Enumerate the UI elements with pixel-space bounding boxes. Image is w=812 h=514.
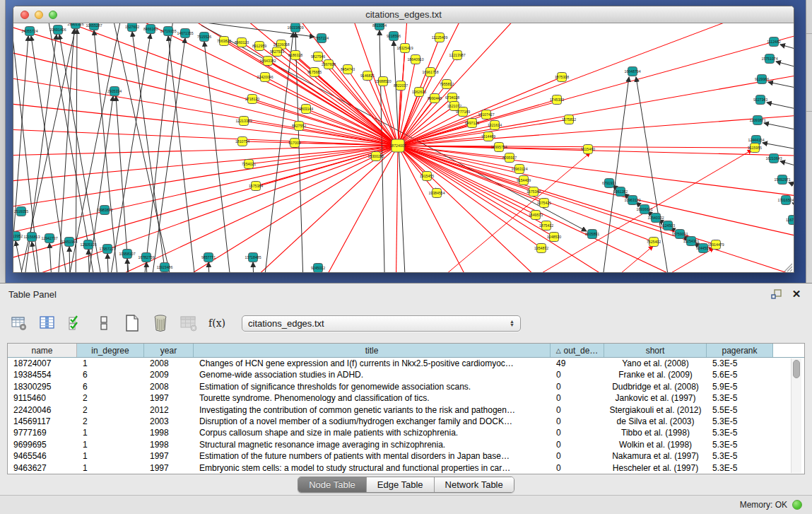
graph-node[interactable]: 10963122 — [624, 196, 640, 205]
graph-node[interactable]: 20691406 — [49, 25, 66, 35]
network-canvas[interactable]: 2405572420691406239013261065528715276028… — [13, 23, 794, 273]
cell-in_degree[interactable]: 2 — [77, 404, 144, 416]
graph-node[interactable]: 15751074 — [761, 54, 777, 64]
graph-node[interactable]: 17957223 — [99, 245, 115, 254]
cell-name[interactable]: 9115460 — [8, 392, 77, 404]
cell-pagerank[interactable]: 5.3E-5 — [707, 462, 773, 474]
table-row[interactable]: 1830029562008Estimation of significance … — [8, 381, 804, 392]
graph-node[interactable]: 9146821 — [360, 71, 375, 81]
graph-node[interactable]: 1321614 — [488, 121, 502, 130]
cell-title[interactable]: Genome-wide association studies in ADHD. — [194, 369, 551, 380]
cell-in_degree[interactable]: 2 — [77, 392, 144, 404]
graph-node[interactable]: 1549573 — [529, 211, 543, 220]
close-panel-icon[interactable]: ✕ — [789, 288, 804, 300]
graph-node[interactable]: 1167533 — [786, 216, 794, 225]
tab-network-table[interactable]: Network Table — [434, 477, 514, 492]
cell-name[interactable]: 19384554 — [8, 369, 77, 380]
table-row[interactable]: 911546021997Tourette syndrome. Phenomeno… — [8, 392, 804, 404]
close-window-button[interactable] — [20, 11, 29, 19]
left-panel-edge[interactable] — [0, 0, 6, 283]
graph-node[interactable]: 2367608 — [322, 60, 336, 69]
cell-pagerank[interactable]: 5.5E-5 — [707, 404, 773, 416]
select-all-button[interactable] — [66, 314, 85, 332]
graph-node[interactable]: 1875412 — [539, 221, 553, 230]
cell-title[interactable]: Corpus callosum shape and size in male p… — [194, 427, 551, 438]
graph-node[interactable]: 10719155 — [160, 27, 176, 36]
table-row[interactable]: 1938455462009Genome-wide association stu… — [8, 369, 804, 380]
graph-node[interactable]: 1514469 — [481, 132, 495, 141]
table-row[interactable]: 946362711997Embryonic stem cells: a mode… — [8, 462, 804, 474]
graph-node[interactable]: 13718485 — [245, 253, 261, 262]
cell-short[interactable]: Yano et al. (2008) — [604, 358, 707, 369]
graph-node[interactable]: 18640910 — [407, 55, 423, 64]
cell-year[interactable]: 1998 — [144, 439, 194, 450]
cell-out_degree[interactable]: 0 — [551, 369, 604, 380]
graph-node[interactable]: 6734028 — [445, 93, 459, 103]
graph-node[interactable]: 1112482 — [767, 37, 781, 47]
graph-node[interactable]: 11225409 — [432, 33, 448, 42]
graph-node[interactable]: 1362615 — [412, 88, 426, 97]
column-header-name[interactable]: name — [8, 344, 77, 357]
column-header-in_degree[interactable]: in_degree — [77, 344, 144, 357]
graph-node[interactable]: 7254021 — [242, 160, 256, 169]
graph-node[interactable]: 8813054 — [372, 23, 387, 30]
graph-node[interactable]: 12213987 — [449, 51, 465, 60]
cell-pagerank[interactable]: 5.3E-5 — [707, 450, 773, 462]
cell-in_degree[interactable]: 1 — [77, 427, 144, 438]
graph-node[interactable]: 16936621 — [636, 205, 652, 214]
cell-in_degree[interactable]: 1 — [77, 358, 144, 369]
graph-node[interactable]: 8095917 — [502, 153, 517, 163]
cell-year[interactable]: 1997 — [144, 462, 194, 474]
graph-node[interactable]: 12942737 — [41, 234, 57, 243]
scrollbar-thumb[interactable] — [793, 360, 800, 378]
cell-year[interactable]: 2008 — [144, 358, 194, 369]
cell-out_degree[interactable]: 0 — [551, 416, 604, 427]
graph-node[interactable]: 19983872 — [96, 206, 112, 215]
cell-pagerank[interactable]: 5.3E-5 — [707, 416, 773, 427]
cell-title[interactable]: Changes of HCN gene expression and I(f) … — [194, 358, 551, 369]
cell-out_degree[interactable]: 0 — [551, 404, 604, 416]
cell-short[interactable]: Franke et al. (2009) — [604, 369, 707, 380]
table-row[interactable]: 969969511998Structural magnetic resonanc… — [8, 439, 804, 450]
memory-status-indicator[interactable] — [792, 500, 802, 510]
table-select-dropdown[interactable]: citations_edges.txt ▲▼ — [242, 315, 521, 332]
cell-short[interactable]: Stergiakouli et al. (2012) — [604, 404, 707, 416]
cell-out_degree[interactable]: 0 — [551, 462, 604, 474]
cell-in_degree[interactable]: 1 — [77, 439, 144, 450]
zoom-window-button[interactable] — [49, 11, 57, 19]
graph-node[interactable]: 16759031 — [671, 230, 688, 239]
cell-out_degree[interactable]: 0 — [551, 450, 604, 462]
show-columns-button[interactable] — [38, 314, 57, 332]
graph-node[interactable]: 15688520 — [375, 77, 391, 86]
graph-node[interactable]: 8990448 — [428, 94, 442, 103]
cell-in_degree[interactable]: 1 — [77, 462, 144, 474]
cell-title[interactable]: Estimation of significance thresholds fo… — [194, 381, 551, 392]
right-panel-edge[interactable] — [806, 0, 812, 283]
graph-node[interactable]: 8466160 — [143, 25, 158, 34]
cell-title[interactable]: Disruption of a novel member of a sodium… — [194, 416, 551, 427]
cell-in_degree[interactable]: 2 — [77, 416, 144, 427]
graph-node[interactable]: 10655287 — [86, 23, 102, 30]
graph-node[interactable]: 2803144 — [299, 105, 313, 114]
cell-pagerank[interactable]: 5.3E-5 — [707, 358, 773, 369]
network-graph[interactable]: 2405572420691406239013261065528715276028… — [13, 23, 794, 273]
cell-pagerank[interactable]: 5.9E-5 — [707, 381, 773, 392]
cell-year[interactable]: 2003 — [144, 416, 194, 427]
minimize-window-button[interactable] — [35, 11, 43, 19]
table-row[interactable]: 1872400712008Changes of HCN gene express… — [8, 358, 804, 369]
graph-node[interactable]: 9115460 — [581, 145, 595, 154]
graph-node[interactable]: 11451944 — [61, 238, 78, 247]
cell-short[interactable]: de Silva et al. (2003) — [604, 416, 707, 427]
network-view-window[interactable]: citations_edges.txt 24055724206914062390… — [13, 6, 794, 273]
table-settings-button[interactable] — [10, 314, 28, 332]
graph-node[interactable]: 9218596 — [387, 32, 401, 41]
graph-node[interactable]: 2516055 — [14, 207, 28, 216]
window-titlebar[interactable]: citations_edges.txt — [13, 6, 794, 23]
cell-in_degree[interactable]: 1 — [77, 450, 144, 462]
cell-year[interactable]: 2009 — [144, 369, 194, 380]
column-header-title[interactable]: title — [194, 344, 551, 357]
column-header-year[interactable]: year — [144, 344, 194, 357]
table-row[interactable]: 977716911998Corpus callosum shape and si… — [8, 427, 804, 438]
graph-node[interactable]: 14671355 — [177, 29, 193, 38]
graph-node[interactable]: 3913952 — [13, 232, 23, 241]
